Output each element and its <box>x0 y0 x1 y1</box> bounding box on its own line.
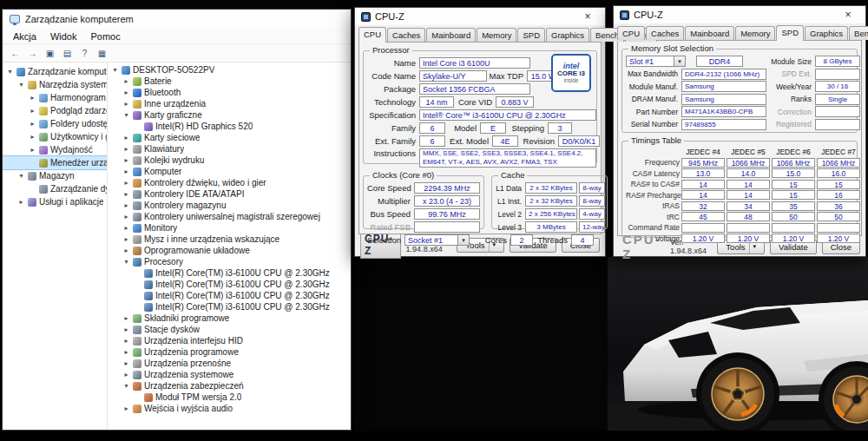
expander-icon[interactable]: ▸ <box>122 314 130 322</box>
expander-icon[interactable]: ▸ <box>122 168 130 175</box>
help-icon[interactable]: ? <box>77 46 92 60</box>
expander-icon[interactable]: ▸ <box>29 133 36 141</box>
tab[interactable]: Graphics <box>805 26 848 40</box>
device-tree-item[interactable]: ▸ Składniki programowe <box>108 313 351 324</box>
tab[interactable]: Caches <box>387 28 425 42</box>
tab[interactable]: CPU <box>358 27 386 43</box>
device-tree-item[interactable]: ▸ Stacje dysków <box>108 324 351 335</box>
back-icon[interactable]: ← <box>8 46 23 60</box>
device-tree-item[interactable]: Moduł TPM wersja 2.0 <box>108 392 351 403</box>
device-tree-item[interactable]: ▸ Komputer <box>108 166 351 177</box>
device-tree-item[interactable]: ▸ Oprogramowanie układowe <box>108 245 351 256</box>
expander-icon[interactable]: ▾ <box>17 172 25 180</box>
device-tree-item[interactable]: Intel(R) Core(TM) i3-6100U CPU @ 2.30GHz <box>108 267 351 279</box>
expander-icon[interactable]: ▸ <box>122 89 130 96</box>
expander-icon[interactable]: ▸ <box>17 198 25 206</box>
expander-icon[interactable]: ▸ <box>122 179 130 187</box>
console-tree-item[interactable]: ▸ Foldery udostępnione <box>3 117 107 130</box>
device-tree-item[interactable]: Intel(R) Core(TM) i3-6100U CPU @ 2.30GHz <box>108 279 351 290</box>
expander-icon[interactable]: ▾ <box>6 68 14 76</box>
expander-icon[interactable]: ▸ <box>122 213 130 220</box>
device-tree-item[interactable]: ▸ Kontrolery dźwięku, wideo i gier <box>108 177 351 188</box>
device-tree-item[interactable]: ▸ Kontrolery uniwersalnej magistrali sze… <box>108 211 351 222</box>
device-tree-item[interactable]: Intel(R) Core(TM) i3-6100U CPU @ 2.30GHz <box>108 301 351 313</box>
expander-icon[interactable]: ▸ <box>29 146 36 154</box>
tab[interactable]: Mainboard <box>426 28 476 42</box>
console-tree-item[interactable]: ▾ Zarządzanie komputerem (loka <box>3 65 107 78</box>
console-tree-icon[interactable]: ▣ <box>43 46 57 60</box>
console-tree-item[interactable]: ▸ Użytkownicy i grupy lok <box>3 130 107 143</box>
console-tree-item[interactable]: ▾ Magazyn <box>3 169 107 182</box>
device-tree-item[interactable]: ▸ Kontrolery magazynu <box>108 200 351 211</box>
forward-icon[interactable]: → <box>25 46 40 60</box>
expander-icon[interactable]: ▸ <box>122 156 130 164</box>
tab[interactable]: Bench <box>849 26 868 40</box>
title-bar[interactable]: Zarządzanie komputerem <box>3 10 351 29</box>
console-tree-item[interactable]: ▸ Usługi i aplikacje <box>3 195 107 208</box>
expander-icon[interactable]: ▸ <box>122 100 130 108</box>
device-tree-item[interactable]: ▸ Wejścia i wyjścia audio <box>108 403 351 414</box>
device-tree-item[interactable]: ▸ Urządzenia systemowe <box>108 369 351 380</box>
device-tree-item[interactable]: ▸ Kontrolery IDE ATA/ATAPI <box>108 188 351 200</box>
tab[interactable]: CPU <box>617 26 645 40</box>
chevron-down-icon[interactable]: ▾ <box>458 234 470 246</box>
device-tree-item[interactable]: ▸ Bluetooth <box>108 87 351 98</box>
device-tree-item[interactable]: ▸ Urządzenia interfejsu HID <box>108 335 351 346</box>
device-tree-item[interactable]: ▾ Urządzenia zabezpieczeń <box>108 380 351 392</box>
device-tree-item[interactable]: Intel(R) Core(TM) i3-6100U CPU @ 2.30GHz <box>108 290 351 301</box>
tab[interactable]: Memory <box>477 28 516 42</box>
expander-icon[interactable]: ▸ <box>122 247 130 254</box>
console-tree-item[interactable]: ▸ Harmonogram zadań <box>3 91 107 104</box>
expander-icon[interactable]: ▸ <box>29 94 36 102</box>
expander-icon[interactable]: ▸ <box>122 405 130 412</box>
device-tree-item[interactable]: ▸ Karty sieciowe <box>108 132 351 143</box>
device-tree-item[interactable]: ▾ Karty graficzne <box>108 109 351 121</box>
properties-icon[interactable]: ▤ <box>60 46 75 60</box>
expander-icon[interactable]: ▾ <box>122 258 130 266</box>
tab[interactable]: Caches <box>646 26 684 40</box>
console-tree-item[interactable]: ▸ Podgląd zdarzeń <box>3 104 107 117</box>
expander-icon[interactable]: ▸ <box>122 224 130 232</box>
expander-icon[interactable]: ▸ <box>29 120 36 128</box>
expander-icon[interactable]: ▸ <box>122 77 130 85</box>
menu-item[interactable]: Widok <box>43 30 84 43</box>
tab[interactable]: Memory <box>735 26 775 40</box>
console-tree-item[interactable]: ▾ Narzędzia systemowe <box>3 78 107 91</box>
slot-select[interactable]: Slot #1 ▾ <box>626 56 686 67</box>
export-list-icon[interactable]: ▦ <box>95 46 109 60</box>
expander-icon[interactable]: ▸ <box>122 235 130 243</box>
device-tree-item[interactable]: ▸ Urządzenia programowe <box>108 346 351 358</box>
expander-icon[interactable]: ▸ <box>122 201 130 209</box>
close-icon[interactable]: × <box>576 10 599 23</box>
expander-icon[interactable]: ▸ <box>122 348 130 356</box>
socket-select[interactable]: Socket #1 ▾ <box>404 234 470 246</box>
expander-icon[interactable]: ▸ <box>122 337 130 345</box>
expander-icon[interactable]: ▾ <box>122 111 130 119</box>
expander-icon[interactable]: ▾ <box>122 382 130 390</box>
device-tree-item[interactable]: Intel(R) HD Graphics 520 <box>108 121 351 132</box>
expander-icon[interactable]: ▸ <box>29 107 36 115</box>
close-icon[interactable]: × <box>837 8 859 22</box>
device-tree-item[interactable]: ▸ Monitory <box>108 222 351 234</box>
console-tree-item[interactable]: Zarządzanie dyskami <box>3 182 107 195</box>
device-tree-item[interactable]: ▸ Baterie <box>108 76 351 87</box>
expander-icon[interactable]: ▾ <box>17 81 25 89</box>
console-tree-item[interactable]: Menedżer urządzeń <box>3 156 107 169</box>
menu-item[interactable]: Akcja <box>6 30 43 43</box>
title-bar[interactable]: CPU-Z × <box>614 6 865 23</box>
expander-icon[interactable]: ▸ <box>122 145 130 153</box>
console-tree-item[interactable]: ▸ Wydajność <box>3 143 107 156</box>
expander-icon[interactable]: ▸ <box>122 134 130 142</box>
menu-item[interactable]: Pomoc <box>83 30 127 43</box>
taskbar[interactable] <box>0 431 868 441</box>
device-tree-item[interactable]: ▸ Inne urządzenia <box>108 98 351 109</box>
expander-icon[interactable]: ▸ <box>122 326 130 333</box>
tab[interactable]: SPD <box>517 28 545 42</box>
device-tree-item[interactable]: ▾ DESKTOP-5O522PV <box>108 64 351 76</box>
tab[interactable]: SPD <box>776 25 804 41</box>
device-tree-item[interactable]: ▸ Kolejki wydruku <box>108 155 351 166</box>
expander-icon[interactable]: ▾ <box>111 66 119 74</box>
device-tree-item[interactable]: ▸ Klawiatury <box>108 143 351 155</box>
chevron-down-icon[interactable]: ▾ <box>674 56 686 67</box>
device-tree-item[interactable]: ▸ Urządzenia przenośne <box>108 358 351 369</box>
